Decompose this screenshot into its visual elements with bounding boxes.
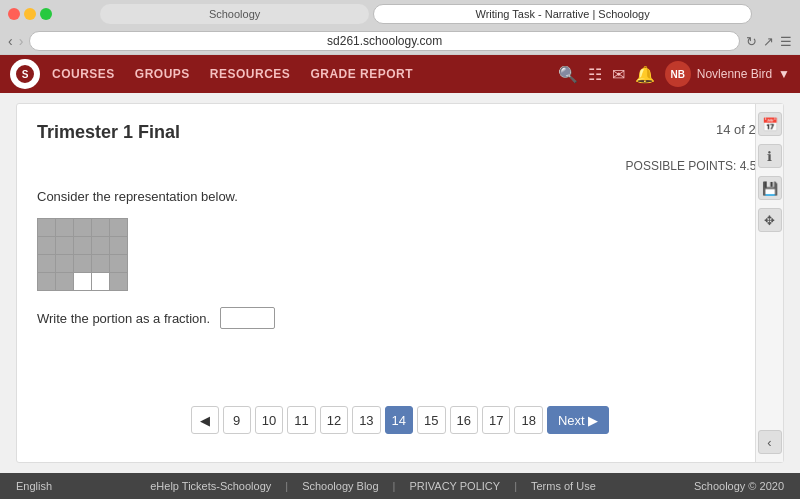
maximize-btn[interactable]	[40, 8, 52, 20]
page-btn-17[interactable]: 17	[482, 406, 510, 434]
nav-courses[interactable]: COURSES	[52, 67, 115, 81]
messages-icon[interactable]: ✉	[612, 65, 625, 84]
grid-cell-3-4	[110, 273, 128, 291]
tab-label-active[interactable]: Writing Task - Narrative | Schoology	[475, 8, 649, 20]
grid-cell-0-3	[92, 219, 110, 237]
grid-cell-0-2	[74, 219, 92, 237]
grid-cell-2-3	[92, 255, 110, 273]
page-btn-10[interactable]: 10	[255, 406, 283, 434]
possible-points-label: POSSIBLE POINTS:	[626, 159, 737, 173]
grid-cell-1-3	[92, 237, 110, 255]
bell-icon[interactable]: 🔔	[635, 65, 655, 84]
page-btn-12[interactable]: 12	[320, 406, 348, 434]
grid-cell-2-0	[38, 255, 56, 273]
footer-ehelp[interactable]: eHelp Tickets-Schoology	[150, 480, 271, 492]
nav-resources[interactable]: RESOURCES	[210, 67, 291, 81]
footer-language: English	[16, 480, 52, 492]
grid-cell-1-2	[74, 237, 92, 255]
calendar-icon[interactable]: 📅	[758, 112, 782, 136]
save-icon[interactable]: 💾	[758, 176, 782, 200]
grid-cell-3-2	[74, 273, 92, 291]
grid-cell-1-0	[38, 237, 56, 255]
forward-btn[interactable]: ›	[19, 33, 24, 49]
next-button[interactable]: Next ▶	[547, 406, 609, 434]
grid-cell-3-3	[92, 273, 110, 291]
grid-cell-3-0	[38, 273, 56, 291]
school-logo: S	[10, 59, 40, 89]
tab-label-inactive[interactable]: Schoology	[209, 8, 260, 20]
page-btn-16[interactable]: 16	[450, 406, 478, 434]
grid-cell-0-0	[38, 219, 56, 237]
search-icon[interactable]: 🔍	[558, 65, 578, 84]
expand-icon[interactable]: ✥	[758, 208, 782, 232]
grid-cell-3-1	[56, 273, 74, 291]
grid-cell-1-4	[110, 237, 128, 255]
fraction-label: Write the portion as a fraction.	[37, 311, 210, 326]
grid-representation	[37, 218, 763, 291]
page-btn-11[interactable]: 11	[287, 406, 315, 434]
grid-cell-1-1	[56, 237, 74, 255]
user-avatar: NB	[665, 61, 691, 87]
footer-copyright: Schoology © 2020	[694, 480, 784, 492]
fraction-grid	[37, 218, 128, 291]
collapse-icon[interactable]: ‹	[758, 430, 782, 454]
url-bar[interactable]: sd261.schoology.com	[29, 31, 740, 51]
footer-privacy[interactable]: PRIVACY POLICY	[409, 480, 500, 492]
svg-text:S: S	[22, 69, 29, 80]
quiz-title: Trimester 1 Final	[37, 122, 180, 143]
refresh-btn[interactable]: ↻	[746, 34, 757, 49]
grid-cell-2-4	[110, 255, 128, 273]
nav-grade-report[interactable]: GRADE REPORT	[310, 67, 413, 81]
footer: English eHelp Tickets-Schoology | School…	[0, 473, 800, 499]
nav-groups[interactable]: GROUPS	[135, 67, 190, 81]
apps-icon[interactable]: ☷	[588, 65, 602, 84]
footer-blog[interactable]: Schoology Blog	[302, 480, 378, 492]
grid-cell-2-2	[74, 255, 92, 273]
bookmark-btn[interactable]: ☰	[780, 34, 792, 49]
grid-cell-2-1	[56, 255, 74, 273]
footer-terms[interactable]: Terms of Use	[531, 480, 596, 492]
page-btn-15[interactable]: 15	[417, 406, 445, 434]
page-btn-13[interactable]: 13	[352, 406, 380, 434]
username: Novlenne Bird	[697, 67, 772, 81]
pagination-bar: ◀ 9 10 11 12 13 14 15 16 17 18 Next ▶	[37, 396, 763, 444]
grid-cell-0-1	[56, 219, 74, 237]
user-menu[interactable]: NB Novlenne Bird ▼	[665, 61, 790, 87]
page-btn-14[interactable]: 14	[385, 406, 413, 434]
back-btn[interactable]: ‹	[8, 33, 13, 49]
grid-cell-0-4	[110, 219, 128, 237]
close-btn[interactable]	[8, 8, 20, 20]
page-prev-btn[interactable]: ◀	[191, 406, 219, 434]
info-icon[interactable]: ℹ	[758, 144, 782, 168]
minimize-btn[interactable]	[24, 8, 36, 20]
question-text: Consider the representation below.	[37, 189, 763, 204]
user-dropdown-icon[interactable]: ▼	[778, 67, 790, 81]
page-btn-9[interactable]: 9	[223, 406, 251, 434]
fraction-input[interactable]	[220, 307, 275, 329]
share-btn[interactable]: ↗	[763, 34, 774, 49]
page-btn-18[interactable]: 18	[514, 406, 542, 434]
